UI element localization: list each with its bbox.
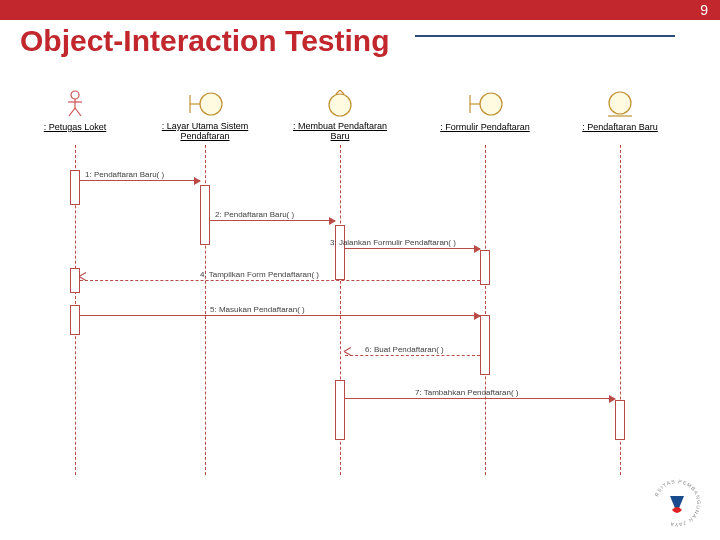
title-rule [415,35,675,37]
lifeline-boundary-2: : Formulir Pendaftaran [425,90,545,133]
activation-bar [70,268,80,293]
svg-point-0 [71,91,79,99]
entity-icon [605,90,635,118]
lifeline-label: : Petugas Loket [44,123,107,133]
message-arrow: 5: Masukan Pendaftaran( ) [80,315,480,316]
arrowhead-icon [474,312,481,320]
message-return: 4: Tampilkan Form Pendaftaran( ) [80,280,480,281]
message-arrow: 3: Jalankan Formulir Pendaftaran( ) [345,248,480,249]
lifeline-label: : Pendaftaran Baru [582,123,658,133]
message-label: 7: Tambahkan Pendaftaran( ) [415,388,518,397]
activation-bar [335,225,345,280]
actor-icon [65,90,85,118]
activation-bar [480,315,490,375]
boundary-icon [465,90,505,118]
message-label: 2: Pendaftaran Baru( ) [215,210,294,219]
lifeline-boundary: : Layar Utama Sistem Pendaftaran [145,90,265,142]
lifeline-label: : Membuat Pendaftaran Baru [290,122,390,142]
message-label: 1: Pendaftaran Baru( ) [85,170,164,179]
lifeline-control: : Membuat Pendaftaran Baru [290,90,390,142]
message-label: 5: Masukan Pendaftaran( ) [210,305,305,314]
message-label: 3: Jalankan Formulir Pendaftaran( ) [330,238,456,247]
message-return: 6: Buat Pendaftaran( ) [345,355,480,356]
lifeline-entity: : Pendaftaran Baru [575,90,665,133]
lifeline-actor: : Petugas Loket [40,90,110,133]
lifeline-line [485,145,486,475]
boundary-icon [185,90,225,118]
arrowhead-icon [329,217,336,225]
control-icon [325,90,355,118]
svg-point-12 [609,92,631,114]
activation-bar [480,250,490,285]
activation-bar [335,380,345,440]
sequence-diagram: : Petugas Loket : Layar Utama Sistem Pen… [30,90,680,480]
message-label: 4: Tampilkan Form Pendaftaran( ) [200,270,319,279]
activation-bar [615,400,625,440]
svg-line-4 [75,108,81,116]
header-bar: 9 [0,0,720,20]
message-label: 6: Buat Pendaftaran( ) [365,345,444,354]
activation-bar [70,170,80,205]
svg-point-11 [480,93,502,115]
message-arrow: 1: Pendaftaran Baru( ) [80,180,200,181]
svg-point-8 [329,94,351,116]
arrowhead-icon [194,177,201,185]
lifeline-label: : Layar Utama Sistem Pendaftaran [145,122,265,142]
svg-line-3 [69,108,75,116]
svg-point-7 [200,93,222,115]
lifeline-label: : Formulir Pendaftaran [440,123,530,133]
activation-bar [200,185,210,245]
university-logo: RSITAS PEMBANGUNAN JAYA [652,478,702,528]
page-number: 9 [700,2,708,18]
message-arrow: 2: Pendaftaran Baru( ) [210,220,335,221]
arrowhead-icon [474,245,481,253]
arrowhead-icon [609,395,616,403]
message-arrow: 7: Tambahkan Pendaftaran( ) [345,398,615,399]
activation-bar [70,305,80,335]
slide-title: Object-Interaction Testing [0,20,720,58]
